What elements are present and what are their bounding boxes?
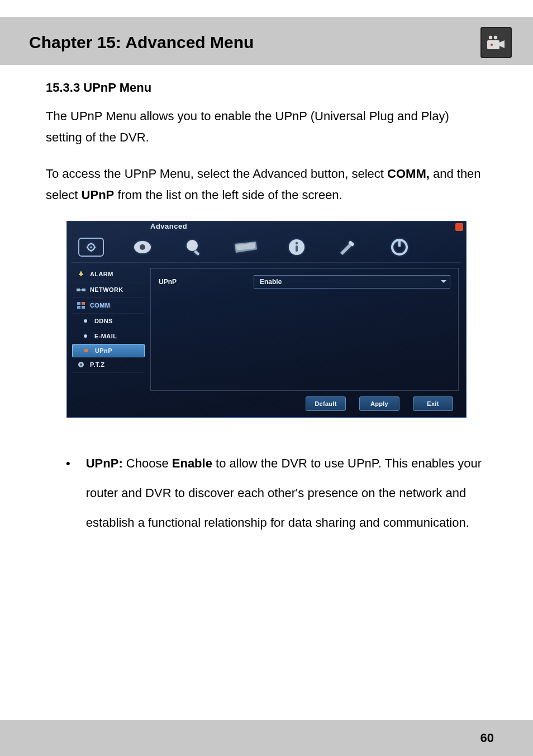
sidebar-item-upnp[interactable]: UPnP: [72, 344, 145, 357]
svg-rect-27: [77, 302, 80, 305]
sidebar: ALARM NETWORK COMM DDNS E-MAIL UPnP: [72, 267, 145, 373]
svg-point-35: [80, 363, 82, 366]
svg-rect-26: [80, 290, 82, 291]
dot-icon: [81, 317, 90, 325]
sidebar-label-alarm: ALARM: [90, 271, 113, 277]
svg-point-6: [91, 246, 92, 248]
svg-rect-33: [84, 349, 88, 352]
exit-button[interactable]: Exit: [413, 396, 453, 411]
toolbar-search-icon[interactable]: [180, 236, 207, 258]
bullet-text: UPnP: Choose Enable to allow the DVR to …: [86, 449, 487, 537]
chapter-title: Chapter 15: Advanced Menu: [29, 33, 254, 52]
access-text-pre: To access the UPnP Menu, select the Adva…: [46, 167, 387, 181]
svg-point-32: [84, 334, 87, 338]
sidebar-label-comm: COMM: [90, 302, 110, 309]
toolbar-home-icon[interactable]: [78, 236, 104, 258]
bullet-section: • UPnP: Choose Enable to allow the DVR t…: [17, 418, 516, 537]
sidebar-label-ddns: DDNS: [94, 318, 113, 324]
dvr-screenshot: Advanced: [66, 221, 467, 418]
sidebar-item-alarm[interactable]: ALARM: [72, 267, 145, 282]
toolbar-record-icon[interactable]: [129, 236, 156, 258]
sidebar-item-comm[interactable]: COMM: [72, 298, 145, 314]
upnp-field-row: UPnP Enable: [159, 275, 450, 289]
dot-icon: [81, 332, 90, 340]
upnp-field-label: UPnP: [159, 278, 254, 286]
svg-rect-0: [487, 40, 499, 49]
exit-button-label: Exit: [427, 400, 439, 407]
window-title: Advanced: [150, 222, 187, 230]
toolbar-power-icon[interactable]: [386, 236, 413, 258]
default-button[interactable]: Default: [306, 396, 346, 411]
svg-rect-30: [82, 306, 85, 309]
svg-rect-28: [82, 302, 85, 305]
sidebar-item-ddns[interactable]: DDNS: [72, 314, 145, 329]
chapter-header-bar: Chapter 15: Advanced Menu: [0, 17, 533, 65]
toolbar: [66, 232, 467, 262]
network-icon: [77, 286, 85, 294]
default-button-label: Default: [315, 400, 336, 407]
button-row: Default Apply Exit: [306, 396, 453, 411]
svg-point-3: [494, 36, 497, 39]
svg-rect-23: [80, 275, 82, 276]
chevron-down-icon: [441, 280, 446, 283]
sidebar-label-email: E-MAIL: [94, 333, 117, 339]
svg-point-12: [140, 244, 145, 250]
dot-icon: [82, 347, 91, 355]
bullet-label: UPnP:: [86, 456, 123, 470]
apply-button[interactable]: Apply: [359, 396, 399, 411]
access-bold-comm: COMM,: [387, 167, 430, 181]
svg-rect-25: [82, 289, 85, 291]
sidebar-label-ptz: P.T.Z: [90, 361, 104, 368]
grid-icon: [77, 301, 85, 309]
bullet-item: • UPnP: Choose Enable to allow the DVR t…: [66, 449, 487, 537]
svg-point-13: [187, 240, 198, 251]
document-page: Chapter 15: Advanced Menu 15.3.3 UPnP Me…: [0, 0, 533, 756]
sidebar-label-upnp: UPnP: [95, 347, 112, 354]
svg-rect-14: [194, 250, 200, 256]
svg-rect-29: [77, 306, 80, 309]
sidebar-item-email[interactable]: E-MAIL: [72, 329, 145, 344]
svg-point-18: [296, 242, 298, 244]
access-bold-upnp: UPnP: [82, 188, 115, 202]
access-paragraph: To access the UPnP Menu, select the Adva…: [46, 163, 487, 205]
access-text-post: from the list on the left side of the sc…: [114, 188, 342, 202]
upnp-select-value: Enable: [260, 278, 282, 286]
sidebar-label-network: NETWORK: [90, 286, 123, 293]
close-icon[interactable]: [455, 223, 463, 231]
svg-point-4: [491, 44, 493, 46]
svg-marker-1: [499, 40, 505, 48]
content-panel: UPnP Enable: [150, 268, 459, 391]
section-heading: 15.3.3 UPnP Menu: [46, 77, 487, 98]
apply-button-label: Apply: [370, 400, 388, 407]
svg-rect-24: [77, 289, 80, 291]
toolbar-divider: [71, 262, 462, 263]
svg-point-31: [84, 319, 87, 323]
body-text: 15.3.3 UPnP Menu The UPnP Menu allows yo…: [17, 65, 516, 205]
bell-icon: [77, 270, 85, 278]
bullet-enable: Enable: [172, 456, 212, 470]
page-number: 60: [480, 731, 494, 745]
toolbar-hdd-icon[interactable]: [232, 236, 259, 258]
svg-rect-19: [296, 245, 298, 252]
footer-bar: 60: [0, 720, 533, 756]
svg-point-2: [489, 36, 492, 39]
bullet-pre: Choose: [123, 456, 172, 470]
toolbar-tools-icon[interactable]: [335, 236, 361, 258]
sidebar-item-network[interactable]: NETWORK: [72, 282, 145, 298]
camera-icon: [480, 27, 512, 58]
upnp-select[interactable]: Enable: [254, 275, 450, 289]
toolbar-info-icon[interactable]: [283, 236, 310, 258]
ptz-icon: [77, 361, 85, 368]
intro-paragraph: The UPnP Menu allows you to enable the U…: [46, 106, 487, 148]
bullet-marker: •: [66, 449, 70, 537]
sidebar-item-ptz[interactable]: P.T.Z: [72, 357, 145, 373]
